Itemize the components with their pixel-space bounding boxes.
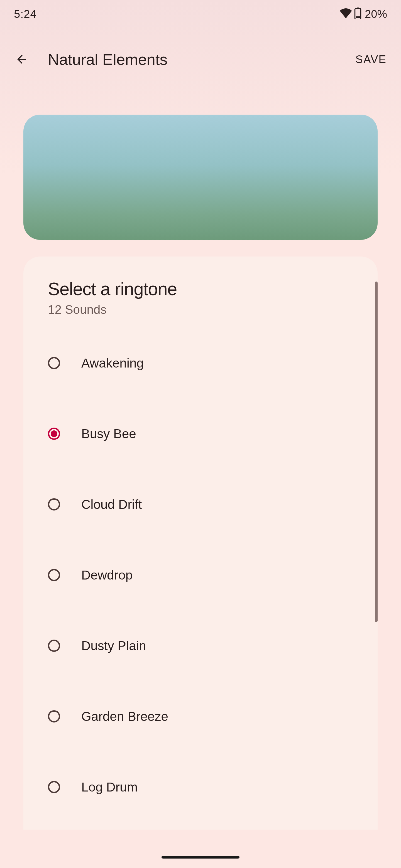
status-icons: 20% xyxy=(340,7,387,20)
radio-button[interactable] xyxy=(48,498,60,510)
radio-button[interactable] xyxy=(48,428,60,440)
ringtone-card: Select a ringtone 12 Sounds AwakeningBus… xyxy=(23,256,378,830)
scrollbar[interactable] xyxy=(375,282,378,622)
card-subtitle: 12 Sounds xyxy=(23,299,378,328)
save-button[interactable]: SAVE xyxy=(349,48,393,71)
battery-icon xyxy=(354,7,362,20)
ringtone-item[interactable]: Awakening xyxy=(23,328,378,398)
content: Select a ringtone 12 Sounds AwakeningBus… xyxy=(0,91,401,830)
radio-button[interactable] xyxy=(48,569,60,581)
radio-button[interactable] xyxy=(48,781,60,793)
ringtone-item[interactable]: Log Drum xyxy=(23,752,378,823)
back-button[interactable] xyxy=(8,45,36,73)
ringtone-label: Garden Breeze xyxy=(81,709,168,724)
radio-button[interactable] xyxy=(48,710,60,722)
ringtone-label: Log Drum xyxy=(81,779,138,795)
ringtone-label: Awakening xyxy=(81,355,144,371)
ringtone-label: Busy Bee xyxy=(81,426,136,441)
ringtone-item[interactable]: Cloud Drift xyxy=(23,469,378,540)
arrow-back-icon xyxy=(15,53,28,66)
ringtone-item[interactable]: Busy Bee xyxy=(23,398,378,469)
ringtone-label: Dewdrop xyxy=(81,567,133,583)
category-hero-image xyxy=(23,115,378,240)
status-time: 5:24 xyxy=(14,8,37,20)
svg-rect-2 xyxy=(356,17,360,18)
status-bar: 5:24 20% xyxy=(0,0,401,28)
navigation-handle[interactable] xyxy=(162,856,239,859)
ringtone-label: Cloud Drift xyxy=(81,497,142,512)
ringtone-list: AwakeningBusy BeeCloud DriftDewdropDusty… xyxy=(23,328,378,823)
ringtone-item[interactable]: Dewdrop xyxy=(23,540,378,610)
ringtone-item[interactable]: Dusty Plain xyxy=(23,610,378,681)
app-bar: Natural Elements SAVE xyxy=(0,28,401,91)
ringtone-label: Dusty Plain xyxy=(81,638,146,653)
card-title: Select a ringtone xyxy=(23,279,378,299)
radio-button[interactable] xyxy=(48,640,60,652)
ringtone-item[interactable]: Garden Breeze xyxy=(23,681,378,752)
radio-button[interactable] xyxy=(48,357,60,369)
battery-percentage: 20% xyxy=(365,8,387,20)
wifi-icon xyxy=(340,8,352,20)
page-title: Natural Elements xyxy=(48,50,349,68)
